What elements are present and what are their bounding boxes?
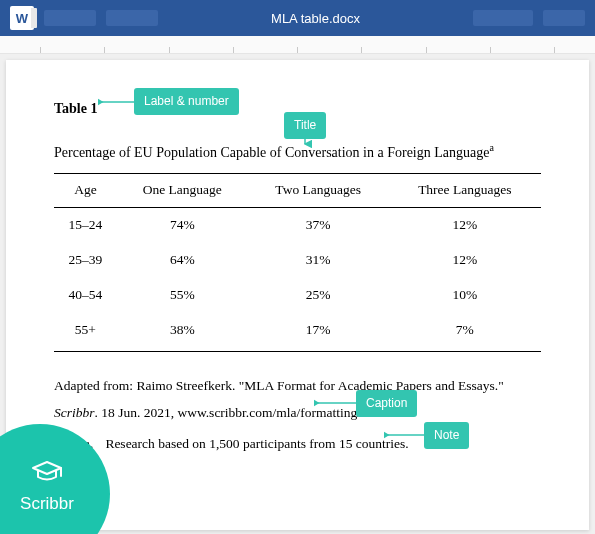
annotation-caption: Caption (356, 390, 417, 417)
caption-source-italic: Scribbr (54, 405, 95, 420)
col-three-languages: Three Languages (389, 174, 541, 208)
table-caption: Adapted from: Raimo Streefkerk. "MLA For… (54, 372, 541, 426)
caption-prefix: Adapted from: Raimo Streefkerk. "MLA For… (54, 378, 504, 393)
app-titlebar: W MLA table.docx (0, 0, 595, 36)
col-one-language: One Language (117, 174, 248, 208)
word-app-icon-letter: W (16, 11, 28, 26)
table-label-number: Table 1 (54, 98, 97, 120)
table-row: 25–39 64% 31% 12% (54, 243, 541, 278)
scribbr-brand-name: Scribbr (20, 494, 74, 514)
annotation-note: Note (424, 422, 469, 449)
annotation-title: Title (284, 112, 326, 139)
titlebar-placeholder (44, 10, 96, 26)
titlebar-placeholder (106, 10, 158, 26)
data-table: Age One Language Two Languages Three Lan… (54, 173, 541, 352)
caption-suffix: . 18 Jun. 2021, www.scribbr.com/mla/form… (95, 405, 365, 420)
table-row: 40–54 55% 25% 10% (54, 278, 541, 313)
titlebar-placeholder (543, 10, 585, 26)
col-two-languages: Two Languages (248, 174, 389, 208)
word-app-icon: W (10, 6, 34, 30)
col-age: Age (54, 174, 117, 208)
table-title: Percentage of EU Population Capable of C… (54, 140, 541, 163)
document-filename: MLA table.docx (271, 11, 360, 26)
table-header-row: Age One Language Two Languages Three Lan… (54, 174, 541, 208)
table-row: 55+ 38% 17% 7% (54, 313, 541, 351)
table-title-text: Percentage of EU Population Capable of C… (54, 144, 489, 159)
arrow-icon (98, 96, 136, 110)
footnote-marker: a (489, 142, 493, 153)
titlebar-placeholder (473, 10, 533, 26)
table-row: 15–24 74% 37% 12% (54, 207, 541, 242)
annotation-label-number: Label & number (134, 88, 239, 115)
graduation-cap-icon (30, 459, 64, 492)
horizontal-ruler[interactable] (0, 36, 595, 54)
footnote-text: Research based on 1,500 participants fro… (105, 436, 408, 451)
